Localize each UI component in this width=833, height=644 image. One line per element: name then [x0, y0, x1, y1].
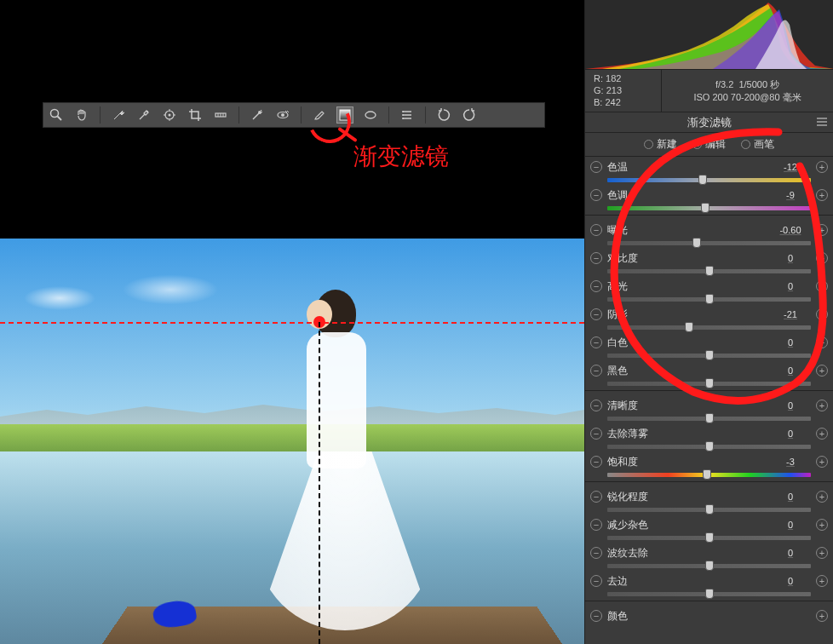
- plus-icon[interactable]: +: [816, 336, 828, 348]
- presets-icon[interactable]: [399, 107, 415, 123]
- graduated-filter-tool-icon[interactable]: [337, 107, 353, 123]
- minus-icon[interactable]: −: [590, 336, 602, 348]
- thumb-whites[interactable]: [705, 350, 714, 360]
- thumb-exposure[interactable]: [692, 238, 701, 248]
- track-defringe[interactable]: [607, 592, 811, 596]
- thumb-temp[interactable]: [698, 175, 707, 185]
- color-sampler-tool-icon[interactable]: [136, 107, 152, 123]
- value-saturation[interactable]: -3: [770, 457, 811, 467]
- thumb-contrast[interactable]: [705, 266, 714, 276]
- minus-icon[interactable]: −: [590, 456, 602, 468]
- value-sharpness[interactable]: 0: [770, 492, 811, 502]
- minus-icon[interactable]: −: [590, 365, 602, 377]
- rotate-ccw-icon[interactable]: [436, 107, 451, 123]
- thumb-sharpness[interactable]: [705, 504, 714, 515]
- value-clarity[interactable]: 0: [770, 400, 811, 411]
- minus-icon[interactable]: −: [590, 400, 602, 411]
- track-dehaze[interactable]: [607, 445, 811, 449]
- value-dehaze[interactable]: 0: [770, 428, 811, 439]
- plus-icon[interactable]: +: [816, 610, 828, 622]
- track-noise[interactable]: [607, 536, 811, 540]
- svg-point-4: [169, 114, 171, 117]
- minus-icon[interactable]: −: [590, 252, 602, 264]
- minus-icon[interactable]: −: [590, 428, 602, 440]
- rotate-cw-icon[interactable]: [462, 107, 477, 123]
- track-highlights[interactable]: [607, 297, 811, 302]
- track-tint[interactable]: [607, 206, 811, 210]
- plus-icon[interactable]: +: [816, 280, 828, 292]
- minus-icon[interactable]: −: [590, 224, 602, 236]
- plus-icon[interactable]: +: [816, 308, 828, 320]
- value-tint[interactable]: -9: [770, 190, 811, 200]
- radial-filter-tool-icon[interactable]: [363, 107, 378, 123]
- plus-icon[interactable]: +: [816, 575, 828, 587]
- value-exposure[interactable]: -0.60: [770, 225, 811, 235]
- value-blacks[interactable]: 0: [770, 365, 811, 376]
- plus-icon[interactable]: +: [816, 224, 828, 236]
- value-whites[interactable]: 0: [770, 337, 811, 348]
- thumb-blacks[interactable]: [705, 378, 714, 388]
- minus-icon[interactable]: −: [590, 308, 602, 320]
- value-noise[interactable]: 0: [770, 520, 811, 530]
- mode-edit-radio[interactable]: 编辑: [692, 137, 726, 152]
- thumb-clarity[interactable]: [705, 413, 714, 423]
- plus-icon[interactable]: +: [816, 365, 828, 377]
- minus-icon[interactable]: −: [590, 491, 602, 503]
- track-whites[interactable]: [607, 354, 811, 358]
- thumb-defringe[interactable]: [705, 589, 714, 599]
- thumb-moire[interactable]: [705, 561, 714, 571]
- plus-icon[interactable]: +: [816, 519, 828, 531]
- track-moire[interactable]: [607, 564, 811, 568]
- plus-icon[interactable]: +: [816, 252, 828, 264]
- thumb-highlights[interactable]: [705, 294, 714, 304]
- thumb-shadows[interactable]: [685, 322, 693, 332]
- track-temp[interactable]: [607, 178, 811, 182]
- track-contrast[interactable]: [607, 269, 811, 273]
- image-preview[interactable]: ›: [0, 239, 584, 644]
- minus-icon[interactable]: −: [590, 189, 602, 201]
- minus-icon[interactable]: −: [590, 575, 602, 587]
- track-exposure[interactable]: [607, 241, 811, 245]
- thumb-noise[interactable]: [705, 532, 714, 543]
- slider-saturation: − 饱和度 -3 +: [585, 451, 833, 477]
- redeye-tool-icon[interactable]: [275, 107, 290, 123]
- thumb-saturation[interactable]: [703, 469, 711, 480]
- plus-icon[interactable]: +: [816, 161, 828, 173]
- white-balance-tool-icon[interactable]: [111, 107, 126, 123]
- plus-icon[interactable]: +: [816, 428, 828, 440]
- minus-icon[interactable]: −: [590, 547, 602, 559]
- plus-icon[interactable]: +: [816, 547, 828, 559]
- zoom-tool-icon[interactable]: [49, 107, 64, 123]
- value-shadows[interactable]: -21: [770, 309, 811, 319]
- plus-icon[interactable]: +: [816, 491, 828, 503]
- value-temp[interactable]: -12: [770, 162, 811, 172]
- track-clarity[interactable]: [607, 417, 811, 421]
- target-adjust-tool-icon[interactable]: [162, 107, 177, 123]
- crop-tool-icon[interactable]: [187, 107, 203, 123]
- hand-tool-icon[interactable]: [74, 107, 89, 123]
- plus-icon[interactable]: +: [816, 400, 828, 411]
- panel-menu-icon[interactable]: [816, 117, 828, 129]
- value-highlights[interactable]: 0: [770, 281, 811, 291]
- histogram[interactable]: [585, 0, 833, 70]
- value-defringe[interactable]: 0: [770, 576, 811, 586]
- minus-icon[interactable]: −: [590, 610, 602, 622]
- straighten-tool-icon[interactable]: [213, 107, 228, 123]
- plus-icon[interactable]: +: [816, 189, 828, 201]
- track-shadows[interactable]: [607, 325, 811, 330]
- mode-new-radio[interactable]: 新建: [644, 137, 677, 152]
- mode-brush-radio[interactable]: 画笔: [741, 137, 774, 152]
- minus-icon[interactable]: −: [590, 280, 602, 292]
- thumb-tint[interactable]: [701, 203, 709, 213]
- track-blacks[interactable]: [607, 382, 811, 386]
- adjustment-brush-tool-icon[interactable]: [312, 107, 327, 123]
- track-sharpness[interactable]: [607, 508, 811, 512]
- plus-icon[interactable]: +: [816, 456, 828, 468]
- minus-icon[interactable]: −: [590, 161, 602, 173]
- minus-icon[interactable]: −: [590, 519, 602, 531]
- thumb-dehaze[interactable]: [705, 441, 714, 451]
- value-contrast[interactable]: 0: [770, 253, 811, 263]
- track-saturation[interactable]: [607, 473, 811, 477]
- value-moire[interactable]: 0: [770, 548, 811, 558]
- spot-removal-tool-icon[interactable]: [250, 107, 265, 123]
